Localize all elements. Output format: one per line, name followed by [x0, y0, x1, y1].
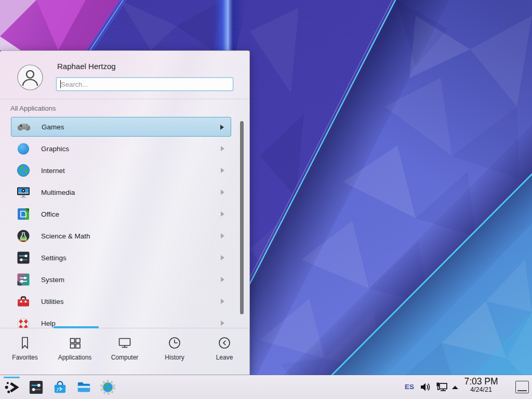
utilities-icon	[16, 294, 31, 309]
web-browser-icon[interactable]	[100, 379, 116, 395]
submenu-arrow-icon	[221, 299, 224, 304]
category-games[interactable]: Games	[11, 117, 231, 137]
category-science-math[interactable]: Science & Math	[11, 226, 231, 246]
bookmark-icon	[17, 335, 33, 351]
category-label: Internet	[41, 167, 65, 175]
submenu-arrow-icon	[221, 211, 224, 217]
graphics-icon	[16, 141, 31, 156]
taskbar-panel: ES 7:03 PM 4/24/21	[0, 375, 532, 399]
tab-label: Computer	[111, 354, 139, 361]
category-label: Utilities	[41, 298, 64, 305]
help-icon	[16, 316, 31, 328]
file-manager-icon[interactable]	[76, 379, 92, 395]
application-launcher-menu: Raphael Hertzog All Applications Games	[0, 50, 250, 375]
launcher-active-indicator	[4, 377, 20, 378]
volume-icon[interactable]	[420, 382, 431, 392]
tab-label: Favorites	[12, 354, 37, 361]
scrollbar-thumb[interactable]	[240, 121, 244, 314]
category-help[interactable]: Help	[11, 313, 231, 328]
show-desktop-button[interactable]	[515, 381, 529, 393]
internet-icon	[16, 163, 31, 178]
category-label: Games	[42, 123, 64, 131]
search-input[interactable]	[56, 77, 233, 91]
tab-computer[interactable]: Computer	[100, 328, 150, 376]
search-field-wrap	[56, 77, 233, 91]
keyboard-layout-indicator[interactable]: ES	[405, 383, 414, 391]
games-icon	[17, 119, 31, 134]
system-settings-icon[interactable]	[28, 379, 44, 395]
submenu-arrow-icon	[220, 125, 224, 130]
system-icon	[16, 272, 31, 287]
office-icon	[16, 207, 31, 221]
kickoff-tabbar: Favorites Applications Computer	[0, 328, 249, 376]
submenu-arrow-icon	[221, 190, 224, 195]
app-launcher-icon[interactable]	[4, 379, 20, 395]
category-list: Games Graphics	[0, 115, 250, 328]
active-tab-indicator	[54, 326, 99, 328]
submenu-arrow-icon	[221, 255, 224, 260]
settings-icon	[16, 250, 31, 265]
submenu-arrow-icon	[221, 146, 224, 151]
category-graphics[interactable]: Graphics	[11, 139, 231, 158]
discover-icon[interactable]	[52, 379, 68, 395]
submenu-arrow-icon	[221, 168, 224, 173]
tab-applications[interactable]: Applications	[50, 328, 100, 376]
tab-label: History	[165, 354, 184, 361]
user-name: Raphael Hertzog	[57, 62, 116, 71]
category-system[interactable]: System	[11, 270, 231, 289]
tab-leave[interactable]: Leave	[200, 328, 249, 376]
clock-widget[interactable]: 7:03 PM 4/24/21	[456, 377, 506, 393]
tab-label: Leave	[216, 354, 233, 361]
category-internet[interactable]: Internet	[11, 161, 231, 180]
leave-icon	[217, 335, 232, 351]
submenu-arrow-icon	[221, 233, 224, 238]
user-avatar[interactable]	[17, 64, 43, 90]
category-label: Office	[41, 210, 59, 218]
clock-icon	[167, 335, 182, 351]
network-icon[interactable]	[435, 381, 449, 393]
tab-favorites[interactable]: Favorites	[0, 328, 50, 376]
app-grid-icon	[67, 335, 83, 351]
header-separator	[0, 99, 249, 99]
category-multimedia[interactable]: Multimedia	[11, 182, 231, 202]
category-label: Multimedia	[41, 189, 75, 196]
multimedia-icon	[16, 185, 31, 200]
clock-time: 7:03 PM	[456, 377, 506, 387]
category-utilities[interactable]: Utilities	[11, 291, 231, 311]
category-label: Science & Math	[41, 232, 90, 240]
category-office[interactable]: Office	[11, 204, 231, 224]
submenu-arrow-icon	[221, 277, 224, 282]
monitor-icon	[117, 335, 132, 351]
category-settings[interactable]: Settings	[11, 248, 231, 268]
tab-label: Applications	[58, 354, 92, 361]
submenu-arrow-icon	[221, 321, 224, 326]
tab-history[interactable]: History	[150, 328, 200, 376]
category-label: Graphics	[41, 145, 69, 153]
section-label: All Applications	[10, 104, 56, 112]
clock-date: 4/24/21	[456, 387, 506, 394]
category-label: Settings	[41, 254, 66, 262]
science-icon	[16, 229, 31, 243]
category-label: System	[41, 276, 64, 284]
desktop: Raphael Hertzog All Applications Games	[0, 0, 532, 399]
text-caret	[60, 80, 61, 88]
